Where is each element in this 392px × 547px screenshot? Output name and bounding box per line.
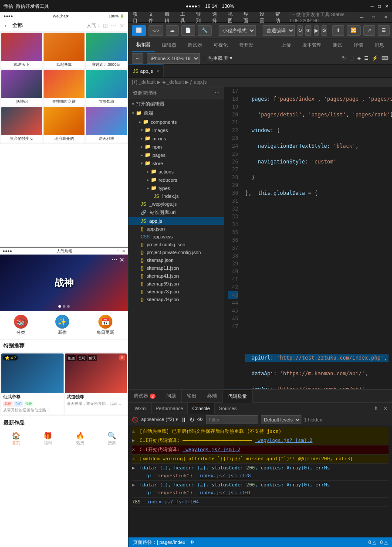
upload-btn[interactable]: ⬆ [332, 25, 344, 36]
manga-card[interactable]: 妖神记 [1, 70, 42, 105]
simulator-tab-btn[interactable]: 模拟器 [132, 38, 155, 52]
window-minimize[interactable]: ─ [358, 15, 365, 20]
console-subtab[interactable]: Console [188, 403, 214, 414]
tree-sitemap73[interactable]: {} sitemap73.json [128, 288, 224, 296]
nav-category[interactable]: 📚 分类 [14, 315, 28, 336]
menu-help[interactable]: 帮助 [274, 12, 284, 24]
file-mode-btn[interactable]: 📄 [181, 25, 195, 36]
featured-card-1[interactable]: ⭐ 4.7 仙武帝尊 武侠 玄幻 仙侠 从零开始的逆袭修仙之路！ [1, 353, 64, 414]
resource-more-icon[interactable]: ⋯ [215, 90, 220, 96]
window-maximize[interactable]: □ [370, 15, 377, 20]
menu-view[interactable]: 视图 [226, 12, 237, 24]
share-btn[interactable]: ↗ [363, 25, 375, 36]
mode-select[interactable]: 小程序模式 [219, 25, 256, 36]
visual-tab-btn[interactable]: 可视化 [209, 38, 232, 52]
more-dots-icon[interactable]: ⋯ [111, 22, 117, 29]
wechat-top-right[interactable]: ─ □ ✕ [371, 4, 389, 9]
tree-reducers[interactable]: ▸ 📁 reducers [128, 176, 224, 184]
tree-npm[interactable]: ▸ 📁 npm [128, 143, 224, 151]
list-btn[interactable]: ☰ [378, 25, 390, 36]
eye-status-icon[interactable]: 👁 [189, 540, 194, 545]
nav-home[interactable]: 🏠 首页 [12, 431, 20, 446]
layout-icon[interactable]: ⬚ [349, 55, 354, 61]
wepylogs-link-2[interactable]: _wepylogs.js? [sm]:2 [182, 447, 240, 452]
menu-edit[interactable]: 编辑 [163, 12, 173, 24]
debugger-tab-btn[interactable]: 调试器 [183, 38, 206, 52]
tree-sitemap11[interactable]: {} sitemap11.json [128, 264, 224, 272]
expand-icon-1[interactable]: ▶ [132, 465, 135, 471]
nav-hot[interactable]: 🔥 热搜 [76, 431, 84, 446]
expand-console-icon[interactable]: ⬆ [371, 405, 381, 411]
close-icon[interactable]: ✕ [385, 4, 389, 9]
indexjs-link-3[interactable]: index.js? [sm]:104 [147, 499, 199, 505]
menu-interface[interactable]: 界面 [242, 12, 252, 24]
expand-icon[interactable]: ⋯ [112, 256, 118, 263]
tree-private-config[interactable]: {} project.private.config.json [128, 248, 224, 256]
code-mode-btn[interactable]: </> [149, 25, 163, 36]
tree-appjs[interactable]: JS app.js [128, 217, 224, 225]
featured-card-2[interactable]: 5 热血 玄幻 仙侠 武道独尊 漫天神魔，亦无所畏惧，我命… [65, 353, 127, 414]
tree-appwxss[interactable]: CSS app.wxss [128, 233, 224, 241]
tree-pages[interactable]: ▸ 📁 pages [128, 151, 224, 159]
tree-components[interactable]: ▸ 📁 components [128, 118, 224, 126]
tree-url[interactable]: 🔗 站长图库.url [128, 208, 224, 217]
code-content[interactable]: 17 18 19 20 21 22 23 24 25 26 27 28 29 3… [224, 87, 392, 389]
nav-new[interactable]: ✨ 新作 [55, 315, 69, 336]
filter-input[interactable] [206, 415, 258, 424]
manga-card[interactable]: 凤起卷岚 [44, 33, 84, 68]
pause-icon[interactable]: ⏸ [181, 416, 187, 423]
compile-select[interactable]: 普通编译 [263, 25, 295, 36]
banner-controls[interactable]: ⋯ ✕ [112, 256, 125, 263]
banner-close-icon[interactable]: ✕ [119, 256, 125, 263]
version-btn[interactable]: 🔀 [347, 25, 361, 36]
manga-card[interactable]: 穿越西元3000后 [86, 33, 127, 68]
manga-card[interactable]: 血族禁域 [86, 70, 127, 105]
clear-console-icon[interactable]: 🚫 [132, 417, 139, 423]
terminal-tab[interactable]: 终端 [202, 390, 223, 403]
shortcut-icon[interactable]: ⌨ [382, 55, 389, 61]
miniprogram-mode-btn[interactable]: ⬜ [132, 25, 146, 36]
menu-settings[interactable]: 设置 [258, 12, 268, 24]
tree-sitemap[interactable]: {} sitemap.json [128, 256, 224, 264]
wepylogs-link-1[interactable]: _wepylogs.js? [sm]:2 [255, 438, 312, 443]
levels-select[interactable]: Default levels [261, 415, 301, 424]
nav-daily[interactable]: 📅 每日更新 [97, 315, 114, 336]
prev-device-btn[interactable]: ← [132, 53, 143, 64]
manga-card[interactable]: 皇帝的独生女 [1, 107, 42, 143]
version-tab-btn[interactable]: 版本管理 [298, 38, 326, 52]
grid-icon[interactable]: ⊞ [103, 22, 108, 29]
minimize-icon[interactable]: ─ [371, 4, 374, 9]
manga-card[interactable]: 地府我开的 [44, 107, 84, 143]
sources-subtab[interactable]: Sources [215, 403, 241, 414]
tree-appjson[interactable]: {} app.json [128, 225, 224, 233]
output-tab[interactable]: 输出 [182, 390, 202, 403]
more-status-icon[interactable]: ⋯ [199, 540, 203, 545]
tree-types[interactable]: ▸ 📁 types [128, 184, 224, 192]
eye-console-icon[interactable]: 👁 [197, 416, 203, 423]
device-select[interactable]: iPhone X 100% 16 [147, 53, 200, 64]
cloud-mode-btn[interactable]: ☁ [166, 25, 179, 36]
code-quality-tab[interactable]: 代码质量 [223, 390, 253, 403]
build-mode-btn[interactable]: 🔧 [198, 25, 212, 36]
tree-wepylogs[interactable]: JS _wepylogs.js [128, 200, 224, 208]
expand-icon-2[interactable]: ▶ [132, 482, 135, 488]
hot-reload-btn[interactable]: 热重载 开▼ [208, 55, 233, 61]
menu-project[interactable]: 项目 [131, 12, 142, 24]
appjs-tab[interactable]: JS app.js × [128, 65, 164, 78]
tree-sitemap69[interactable]: {} sitemap69.json [128, 280, 224, 288]
manga-card[interactable]: 凤逆天下 [1, 33, 42, 68]
open-editors-header[interactable]: ▾ 打开的编辑器 [128, 99, 224, 109]
api-icon[interactable]: ⚡ [372, 55, 378, 61]
indexjs-link-2[interactable]: index.js? [sm]:101 [199, 490, 251, 496]
tree-sitemap41[interactable]: {} sitemap41.json [128, 272, 224, 280]
tree-sitemap79[interactable]: {} sitemap79.json [128, 296, 224, 303]
sort-label[interactable]: 人气 ↕ [87, 22, 100, 29]
detail-tab-btn[interactable]: 详情 [349, 38, 368, 52]
eye-btn[interactable]: 👁 [305, 25, 311, 36]
test-tab-btn[interactable]: 测试 [328, 38, 347, 52]
indexjs-link-1[interactable]: index.js? [sm]:128 [199, 473, 251, 479]
back-btn[interactable]: ← [3, 22, 10, 29]
tree-mixins[interactable]: ▸ 📁 mixins [128, 134, 224, 143]
tree-images[interactable]: ▾ 📁 images [128, 126, 224, 134]
tree-store[interactable]: ▾ 📁 store [128, 159, 224, 167]
